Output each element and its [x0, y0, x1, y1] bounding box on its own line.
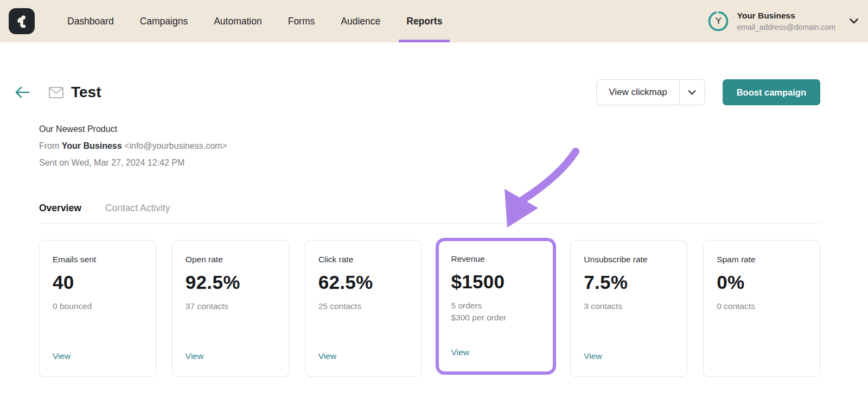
boost-campaign-button[interactable]: Boost campaign: [723, 79, 820, 105]
nav-links: Dashboard Campaigns Automation Forms Aud…: [66, 1, 443, 42]
stat-value: 7.5%: [584, 272, 674, 293]
back-button[interactable]: [11, 82, 34, 103]
campaign-from-line: From Your Business <info@yourbusiness.co…: [39, 137, 820, 154]
back-arrow-icon: [14, 85, 30, 99]
from-label: From: [39, 141, 59, 150]
chevron-down-icon: [688, 90, 696, 95]
stat-card-open-rate: Open rate 92.5% 37 contacts View: [172, 240, 289, 377]
view-link[interactable]: View: [186, 351, 276, 361]
stat-card-click-rate: Click rate 62.5% 25 contacts View: [305, 240, 422, 377]
stat-subtext: 25 contacts: [318, 300, 409, 312]
stat-label: Unsubscribe rate: [584, 255, 674, 264]
view-link[interactable]: View: [53, 351, 143, 361]
stat-value: 92.5%: [186, 272, 276, 293]
clickmap-dropdown-toggle[interactable]: [680, 80, 705, 105]
stat-subtext: 3 contacts: [584, 300, 674, 312]
nav-item-dashboard[interactable]: Dashboard: [66, 1, 115, 42]
stat-label: Revenue: [451, 254, 541, 264]
stat-value: $1500: [451, 271, 541, 293]
view-clickmap-split-button: View clickmap: [596, 79, 705, 105]
campaign-info: Our Newest Product From Your Business <i…: [39, 121, 820, 171]
main-content: Test View clickmap Boost campaign Our Ne…: [0, 77, 868, 377]
nav-item-audience[interactable]: Audience: [340, 1, 381, 42]
nav-item-forms[interactable]: Forms: [287, 1, 316, 42]
stats-cards: Emails sent 40 0 bounced View Open rate …: [39, 240, 820, 377]
nav-item-campaigns[interactable]: Campaigns: [139, 1, 189, 42]
stat-label: Emails sent: [53, 255, 143, 264]
page-title: Test: [71, 84, 101, 101]
stat-card-unsubscribe-rate: Unsubscribe rate 7.5% 3 contacts View: [570, 240, 687, 377]
envelope-icon: [49, 87, 63, 98]
stat-label: Open rate: [186, 255, 276, 264]
user-name: Your Business: [737, 10, 835, 22]
user-info: Your Business email_address@domain.com: [737, 10, 835, 33]
nav-item-reports[interactable]: Reports: [405, 1, 443, 42]
user-email: email_address@domain.com: [737, 22, 835, 33]
stat-value: 40: [53, 272, 143, 293]
campaign-subject: Our Newest Product: [39, 121, 820, 137]
view-clickmap-button[interactable]: View clickmap: [597, 80, 679, 105]
stat-card-spam-rate: Spam rate 0% 0 contacts: [703, 240, 820, 377]
logo-person-icon: [14, 13, 30, 29]
campaign-sent-line: Sent on Wed, Mar 27, 2024 12:42 PM: [39, 154, 820, 171]
view-link[interactable]: View: [451, 348, 541, 357]
tab-contact-activity[interactable]: Contact Activity: [105, 203, 170, 214]
user-menu[interactable]: Y Your Business email_address@domain.com: [707, 0, 858, 42]
avatar: Y: [707, 10, 729, 32]
from-email: <info@yourbusiness.com>: [124, 141, 227, 150]
stat-card-revenue-highlighted: Revenue $1500 5 orders $300 per order Vi…: [436, 238, 556, 375]
stat-subtext: 0 contacts: [717, 300, 807, 312]
view-link[interactable]: View: [318, 351, 409, 361]
stat-subtext: 5 orders $300 per order: [451, 300, 541, 324]
app-logo[interactable]: [9, 8, 35, 34]
stat-card-emails-sent: Emails sent 40 0 bounced View: [39, 240, 156, 377]
stat-label: Spam rate: [717, 255, 807, 264]
stat-subtext-line: $300 per order: [451, 312, 541, 324]
view-link[interactable]: View: [584, 351, 674, 361]
from-name: Your Business: [62, 141, 122, 150]
stat-subtext: 0 bounced: [53, 300, 143, 312]
header-actions: View clickmap Boost campaign: [596, 79, 820, 105]
stat-label: Click rate: [318, 255, 409, 264]
report-tabs: Overview Contact Activity: [39, 203, 820, 224]
top-navigation: Dashboard Campaigns Automation Forms Aud…: [0, 0, 868, 42]
chevron-down-icon[interactable]: [850, 18, 858, 24]
tab-overview[interactable]: Overview: [39, 203, 81, 214]
stat-subtext-line: 5 orders: [451, 300, 541, 312]
stat-value: 62.5%: [318, 272, 409, 293]
stat-subtext: 37 contacts: [186, 300, 276, 312]
avatar-initial: Y: [707, 10, 729, 32]
nav-item-automation[interactable]: Automation: [213, 1, 263, 42]
stat-value: 0%: [717, 272, 807, 293]
page-header: Test View clickmap Boost campaign: [39, 77, 820, 108]
